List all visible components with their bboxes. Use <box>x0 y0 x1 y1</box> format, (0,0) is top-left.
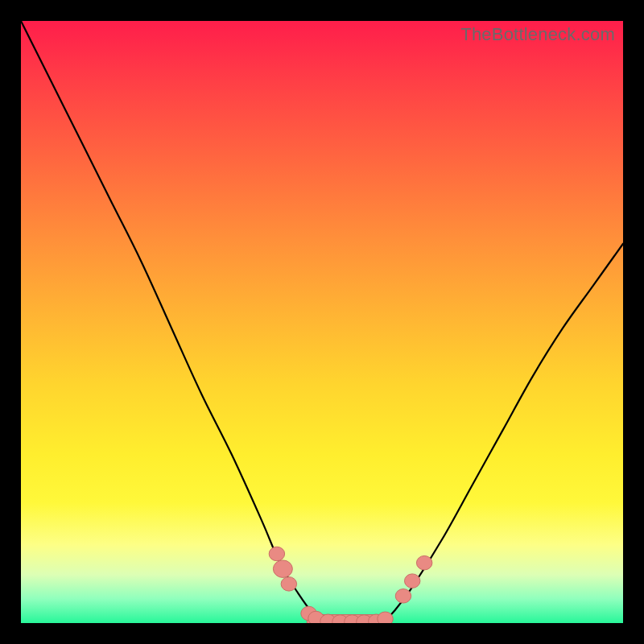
marker-dot <box>273 560 292 578</box>
marker-group <box>269 547 432 623</box>
curve-left <box>21 21 328 623</box>
marker-dot <box>301 606 316 621</box>
marker-dot <box>345 615 360 623</box>
chart-svg <box>21 21 623 623</box>
marker-dot <box>269 547 284 561</box>
marker-dot <box>369 614 384 623</box>
bottom-marker-bar <box>307 615 391 623</box>
chart-plot-area: TheBottleneck.com <box>21 21 623 623</box>
curve-right <box>382 244 623 623</box>
marker-dot <box>332 615 348 623</box>
marker-dot <box>357 615 372 623</box>
marker-dot <box>416 555 431 570</box>
chart-frame: TheBottleneck.com <box>0 0 644 644</box>
marker-dot <box>320 614 336 623</box>
marker-dot <box>395 589 411 604</box>
marker-dot <box>281 577 296 592</box>
marker-dot <box>404 574 419 588</box>
watermark-text: TheBottleneck.com <box>460 24 615 45</box>
marker-dot <box>308 611 324 623</box>
marker-dot <box>378 612 393 623</box>
